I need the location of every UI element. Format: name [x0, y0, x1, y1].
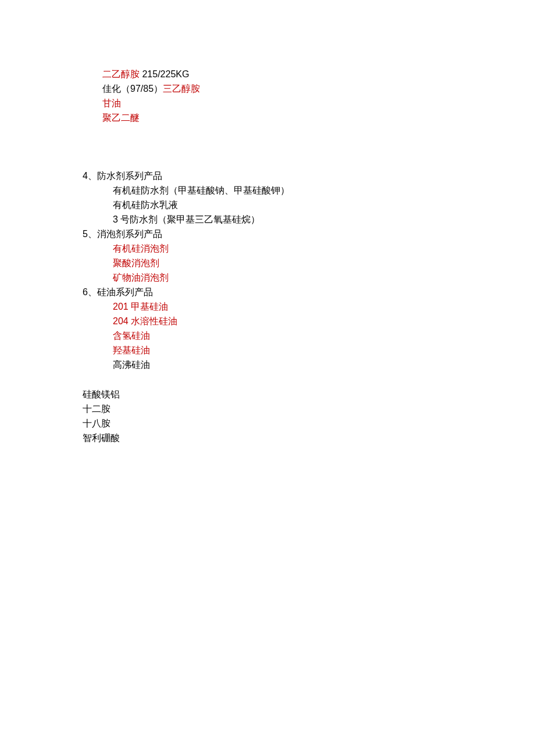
section-5-item: 有机硅消泡剂 [113, 241, 535, 256]
text-weight-spec: 215/225KG [142, 69, 189, 79]
bottom-item: 硅酸镁铝 [83, 387, 535, 402]
section-5-item: 矿物油消泡剂 [113, 270, 535, 285]
section-5-header: 5、消泡剂系列产品 [83, 227, 535, 241]
section-6-item: 204 水溶性硅油 [113, 314, 535, 328]
section-6-item: 201 甲基硅油 [113, 299, 535, 314]
text-polyethylene-glycol: 聚乙二醚 [102, 110, 535, 125]
text-diethanolamine: 二乙醇胺 [102, 69, 142, 79]
text-triethanolamine: 三乙醇胺 [163, 84, 200, 94]
section-6-item: 含氢硅油 [113, 328, 535, 343]
section-4-item: 3 号防水剂（聚甲基三乙氧基硅烷） [113, 212, 535, 227]
bottom-item: 十八胺 [83, 416, 535, 431]
section-4-item: 有机硅防水乳液 [113, 198, 535, 212]
bottom-item: 智利硼酸 [83, 431, 535, 445]
text-glycerin: 甘油 [102, 96, 535, 110]
section-6-header: 6、硅油系列产品 [83, 285, 535, 299]
text-jiahua: 佳化（97/85） [102, 84, 163, 94]
section-6-item: 高沸硅油 [113, 357, 535, 372]
section-6-item: 羟基硅油 [113, 343, 535, 357]
section-5-item: 聚酸消泡剂 [113, 256, 535, 270]
section-4-item: 有机硅防水剂（甲基硅酸钠、甲基硅酸钾） [113, 183, 535, 198]
bottom-item: 十二胺 [83, 402, 535, 416]
section-4-header: 4、防水剂系列产品 [83, 169, 535, 183]
